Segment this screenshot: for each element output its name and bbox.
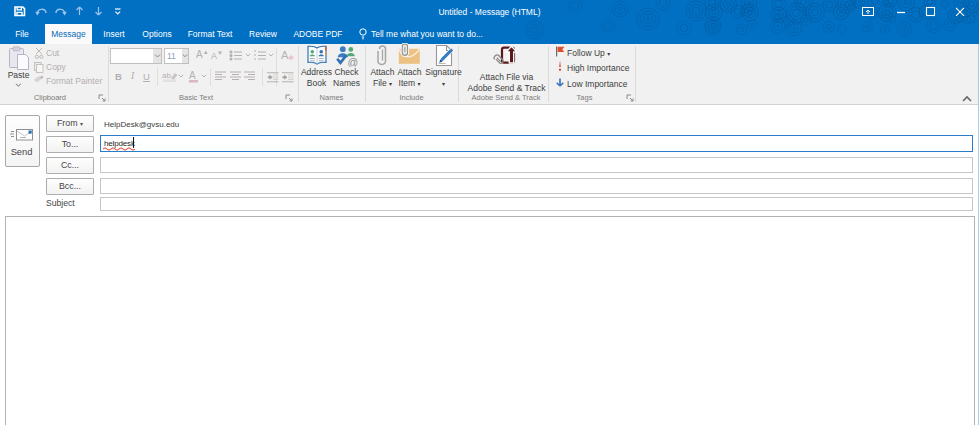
svg-text:ab: ab: [162, 71, 171, 80]
svg-text:A: A: [281, 49, 289, 61]
svg-text:@: @: [348, 56, 359, 67]
svg-text:A: A: [189, 70, 196, 81]
